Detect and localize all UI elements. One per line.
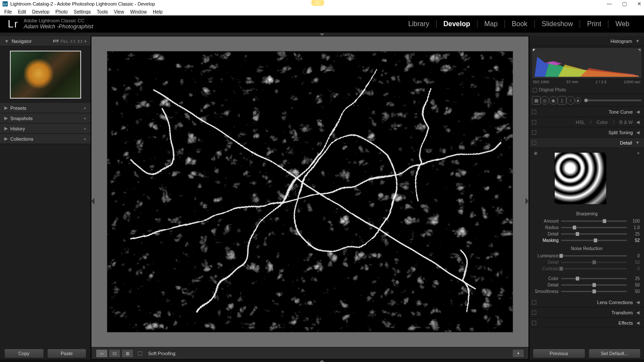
minimize-button[interactable]: — (607, 1, 612, 7)
filmstrip-expander[interactable] (0, 359, 644, 362)
menu-window[interactable]: Window (130, 9, 147, 14)
panel-switch[interactable] (532, 130, 536, 135)
original-photo-row[interactable]: Original Photo (529, 86, 644, 94)
menu-help[interactable]: Help (153, 9, 163, 14)
slider-track[interactable] (561, 255, 627, 256)
loupe-view-button[interactable]: ▭ (96, 349, 108, 358)
module-print[interactable]: Print (580, 20, 608, 28)
detail-100pct-preview[interactable] (554, 152, 607, 205)
snapshots-add[interactable]: + (84, 116, 86, 121)
slider-track[interactable] (561, 240, 627, 241)
slider-track[interactable] (561, 220, 627, 222)
slider-value[interactable]: 25 (629, 232, 640, 236)
bw-tab[interactable]: B & W (620, 120, 633, 125)
soft-proof-checkbox[interactable] (138, 351, 142, 356)
slider-track[interactable] (561, 278, 627, 279)
menu-tools[interactable]: Tools (97, 9, 108, 14)
nav-fill[interactable]: FILL (61, 39, 68, 43)
history-header[interactable]: ▶History× (0, 124, 91, 134)
slider-track[interactable] (561, 227, 627, 228)
nav-fit[interactable]: FIT (53, 39, 59, 43)
detail-expand-icon[interactable]: ▾ (637, 151, 640, 156)
redeye-tool-icon[interactable]: ◉ (549, 96, 558, 105)
color-tab[interactable]: Color (596, 120, 608, 125)
top-expander[interactable] (0, 33, 644, 36)
slider-track[interactable] (561, 284, 627, 286)
slider-value[interactable]: 50 (629, 260, 640, 265)
menu-file[interactable]: File (4, 9, 12, 14)
slider-track[interactable] (561, 268, 627, 269)
collections-header[interactable]: ▶Collections+ (0, 134, 91, 144)
panel-switch[interactable] (532, 300, 536, 305)
slider-value[interactable]: 25 (629, 276, 640, 281)
brush-tool-icon[interactable]: ● (575, 97, 581, 103)
panel-switch[interactable] (532, 120, 536, 124)
hsl-header[interactable]: HSL/ Color/ B & W◀ (529, 117, 644, 127)
spot-tool-icon[interactable]: ◎ (541, 96, 549, 105)
main-image-canvas[interactable] (107, 51, 513, 332)
history-clear[interactable]: × (84, 126, 86, 131)
slider-value[interactable]: 0 (629, 266, 640, 271)
previous-button[interactable]: Previous (533, 349, 585, 358)
paste-button[interactable]: Paste (47, 349, 87, 358)
menu-bar[interactable]: File Edit Develop Photo Settings Tools V… (0, 8, 644, 15)
presets-header[interactable]: ▶Presets+ (0, 103, 91, 113)
navigator-preview[interactable] (0, 46, 91, 103)
slider-track[interactable] (561, 291, 627, 292)
slider-value[interactable]: 52 (629, 238, 640, 243)
maximize-button[interactable]: ▢ (622, 1, 627, 7)
close-button[interactable]: ✕ (637, 1, 641, 7)
splittoning-header[interactable]: Split Toning◀ (529, 127, 644, 138)
histogram-graph[interactable] (532, 48, 641, 79)
collections-add[interactable]: + (84, 136, 86, 142)
menu-edit[interactable]: Edit (18, 9, 26, 14)
histogram-header[interactable]: Histogram▼ (529, 36, 644, 46)
effects-header[interactable]: Effects◀ (529, 318, 644, 328)
copy-button[interactable]: Copy (4, 349, 44, 358)
lenscorr-header[interactable]: Lens Corrections◀ (529, 297, 644, 308)
slider-value[interactable]: 50 (629, 289, 640, 294)
right-expander[interactable] (526, 198, 529, 205)
left-expander[interactable] (91, 198, 94, 205)
before-after-lr-button[interactable]: ▯▯ (109, 349, 121, 358)
module-develop[interactable]: Develop (437, 20, 477, 28)
preview-thumbnail[interactable] (10, 51, 81, 99)
nav-opts-menu[interactable]: ♦ (84, 39, 86, 43)
hsl-tab[interactable]: HSL (576, 120, 585, 125)
radial-tool-icon[interactable]: ○ (566, 96, 575, 105)
presets-add[interactable]: + (84, 106, 86, 111)
slider-value[interactable]: 100 (629, 219, 640, 223)
slider-value[interactable]: 1.0 (629, 225, 640, 230)
slider-value[interactable]: 0 (629, 253, 640, 258)
detail-target-icon[interactable]: ⊕ (534, 151, 538, 156)
panel-switch[interactable] (532, 321, 536, 325)
navigator-header[interactable]: ▼ Navigator FIT FILL 1:1 3:1 ♦ (0, 36, 91, 46)
module-web[interactable]: Web (608, 20, 636, 28)
menu-view[interactable]: View (114, 9, 124, 14)
nav-3to1[interactable]: 3:1 (77, 39, 83, 43)
reset-button[interactable]: Set Default... (589, 349, 641, 358)
module-slideshow[interactable]: Slideshow (535, 20, 580, 28)
module-book[interactable]: Book (505, 20, 535, 28)
snapshots-header[interactable]: ▶Snapshots+ (0, 113, 91, 124)
tonecurve-header[interactable]: Tone Curve◀ (529, 107, 644, 117)
panel-switch[interactable] (532, 311, 536, 315)
brush-size-slider[interactable] (584, 100, 641, 101)
before-after-split-button[interactable]: ▥ (122, 349, 134, 358)
detail-header[interactable]: Detail▼ (529, 138, 644, 148)
menu-develop[interactable]: Develop (32, 9, 49, 14)
menu-photo[interactable]: Photo (55, 9, 68, 14)
menu-settings[interactable]: Settings (74, 9, 91, 14)
crop-tool-icon[interactable]: ▦ (532, 96, 541, 105)
panel-switch[interactable] (532, 110, 536, 114)
nav-1to1[interactable]: 1:1 (70, 39, 76, 43)
transform-header[interactable]: Transform◀ (529, 308, 644, 318)
slider-value[interactable]: 50 (629, 283, 640, 287)
slider-track[interactable] (561, 262, 627, 263)
module-map[interactable]: Map (477, 20, 505, 28)
module-library[interactable]: Library (401, 20, 437, 28)
slider-track[interactable] (561, 233, 627, 235)
toolbar-menu[interactable]: ▾ (512, 349, 524, 358)
grad-tool-icon[interactable]: ▯ (558, 96, 566, 105)
panel-switch[interactable] (532, 141, 536, 145)
